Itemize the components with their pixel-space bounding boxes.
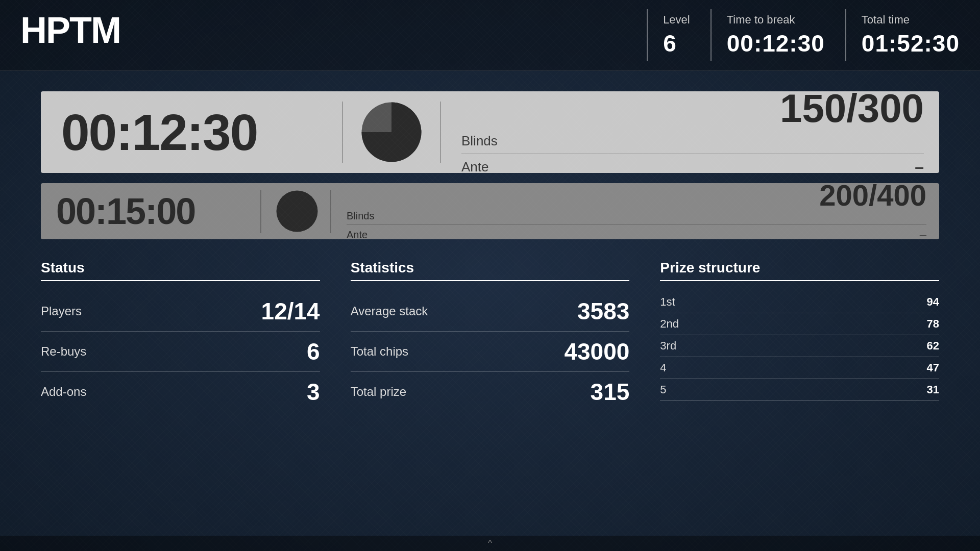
- players-label: Players: [41, 304, 82, 318]
- current-blinds-label: Blinds: [461, 133, 924, 154]
- time-to-break-value: 00:12:30: [727, 30, 825, 57]
- time-to-break-stat: Time to break 00:12:30: [710, 9, 845, 61]
- prize-row: 2nd78: [660, 313, 939, 335]
- ante-value: –: [915, 158, 924, 177]
- next-level-panel: 00:15:00 200/400 Blinds Ante –: [41, 183, 939, 239]
- prize-place: 3rd: [660, 339, 676, 353]
- prize-place: 1st: [660, 295, 675, 309]
- rebuys-row: Re-buys 6: [41, 332, 320, 372]
- bottom-bar: ^: [0, 536, 980, 551]
- next-pie-chart: [274, 188, 320, 234]
- total-time-value: 01:52:30: [862, 30, 960, 57]
- statistics-title: Statistics: [351, 260, 630, 281]
- bottom-stats: Status Players 12/14 Re-buys 6 Add-ons 3…: [41, 260, 939, 412]
- total-prize-value: 315: [591, 378, 630, 406]
- next-pie-svg: [274, 188, 320, 234]
- next-pie-divider: [260, 190, 261, 233]
- prize-row: 3rd62: [660, 335, 939, 357]
- next-blinds-divider: [330, 190, 331, 233]
- blinds-section: 150/300 Blinds Ante –: [446, 83, 939, 182]
- level-stat: Level 6: [647, 9, 710, 61]
- total-chips-value: 43000: [564, 338, 629, 365]
- prize-row: 447: [660, 357, 939, 379]
- next-blinds-label: Blinds: [347, 210, 926, 225]
- total-chips-row: Total chips 43000: [351, 332, 630, 372]
- current-level-panel: 00:12:30 150/300 Blinds Ante –: [41, 91, 939, 173]
- prize-place: 5: [660, 383, 666, 396]
- prize-amount: 78: [927, 317, 939, 331]
- total-prize-row: Total prize 315: [351, 372, 630, 412]
- prize-amount: 94: [927, 295, 939, 309]
- rebuys-value: 6: [307, 338, 320, 365]
- prize-place: 4: [660, 361, 666, 374]
- total-time-stat: Total time 01:52:30: [845, 9, 980, 61]
- players-row: Players 12/14: [41, 291, 320, 332]
- prize-structure-section: Prize structure 1st942nd783rd62447531: [660, 260, 939, 412]
- next-ante-value: –: [920, 228, 926, 242]
- next-ante-row: Ante –: [347, 228, 926, 242]
- addons-row: Add-ons 3: [41, 372, 320, 412]
- next-blinds-section: 200/400 Blinds Ante –: [334, 177, 939, 246]
- prize-place: 2nd: [660, 317, 679, 331]
- addons-value: 3: [307, 378, 320, 406]
- next-blinds-value: 200/400: [347, 181, 926, 210]
- ante-label: Ante: [461, 159, 489, 175]
- total-prize-label: Total prize: [351, 385, 406, 399]
- prize-amount: 31: [927, 383, 939, 396]
- pie-divider: [342, 102, 343, 163]
- addons-label: Add-ons: [41, 385, 86, 399]
- prize-row: 1st94: [660, 291, 939, 313]
- avg-stack-value: 3583: [577, 297, 629, 325]
- current-timer: 00:12:30: [41, 103, 337, 162]
- app-logo: HPTM: [20, 9, 647, 61]
- svg-point-1: [277, 191, 318, 232]
- rebuys-label: Re-buys: [41, 344, 86, 359]
- prize-rows-container: 1st942nd783rd62447531: [660, 291, 939, 401]
- total-chips-label: Total chips: [351, 344, 408, 359]
- status-title: Status: [41, 260, 320, 281]
- avg-stack-label: Average stack: [351, 304, 428, 318]
- level-label: Level: [663, 13, 690, 27]
- total-time-label: Total time: [862, 13, 960, 27]
- players-value: 12/14: [261, 297, 320, 325]
- main-content: 00:12:30 150/300 Blinds Ante – 00:15:00: [0, 71, 980, 432]
- prize-amount: 62: [927, 339, 939, 353]
- current-pie-chart: [358, 99, 425, 165]
- level-value: 6: [663, 30, 690, 57]
- next-timer: 00:15:00: [41, 190, 255, 232]
- prize-row: 531: [660, 379, 939, 401]
- bottom-bar-button[interactable]: ^: [488, 539, 492, 548]
- statistics-section: Statistics Average stack 3583 Total chip…: [351, 260, 660, 412]
- next-ante-label: Ante: [347, 229, 368, 241]
- prize-amount: 47: [927, 361, 939, 374]
- header-stats: Level 6 Time to break 00:12:30 Total tim…: [647, 9, 980, 61]
- blinds-divider: [440, 102, 441, 163]
- ante-row: Ante –: [461, 158, 924, 177]
- header: HPTM Level 6 Time to break 00:12:30 Tota…: [0, 0, 980, 71]
- prize-structure-title: Prize structure: [660, 260, 939, 281]
- pie-svg: [358, 99, 425, 165]
- current-blinds-value: 150/300: [461, 88, 924, 128]
- status-section: Status Players 12/14 Re-buys 6 Add-ons 3: [41, 260, 351, 412]
- avg-stack-row: Average stack 3583: [351, 291, 630, 332]
- time-to-break-label: Time to break: [727, 13, 825, 27]
